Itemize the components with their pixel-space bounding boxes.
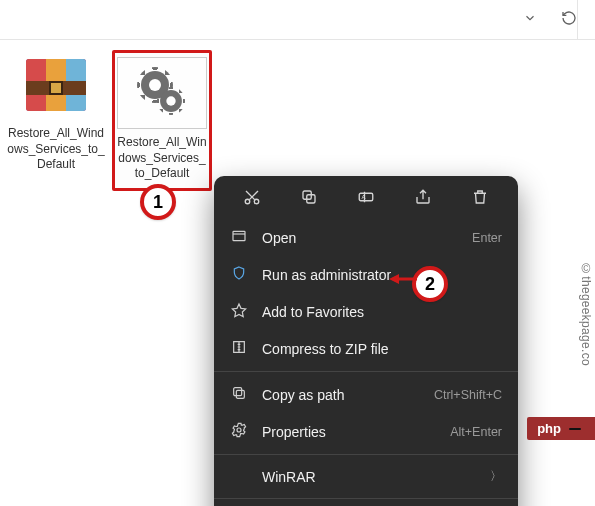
- annotation-callout-2: 2: [412, 266, 448, 302]
- context-menu: A Open Enter Run as administrator Add to…: [214, 176, 518, 506]
- svg-rect-6: [233, 231, 245, 240]
- menu-item-run-as-admin[interactable]: Run as administrator: [214, 256, 518, 293]
- file-label: Restore_All_Windows_Services_to_Default: [117, 135, 207, 182]
- explorer-toolbar: [0, 0, 595, 40]
- badge-tag: [569, 428, 581, 430]
- menu-item-copy-path[interactable]: Copy as path Ctrl+Shift+C: [214, 376, 518, 413]
- site-badge: php: [527, 417, 595, 440]
- callout-number: 2: [425, 274, 435, 295]
- menu-item-open[interactable]: Open Enter: [214, 219, 518, 256]
- menu-item-shortcut: Alt+Enter: [450, 425, 502, 439]
- file-label: Restore_All_Windows_Services_to_Default: [6, 126, 106, 173]
- menu-item-label: Compress to ZIP file: [262, 341, 502, 357]
- copy-path-icon: [230, 385, 248, 404]
- refresh-icon[interactable]: [561, 10, 577, 30]
- chevron-down-icon[interactable]: [523, 11, 537, 29]
- menu-item-compress-zip[interactable]: Compress to ZIP file: [214, 330, 518, 367]
- context-menu-top-actions: A: [214, 176, 518, 219]
- menu-item-label: Copy as path: [262, 387, 420, 403]
- file-item-batch-selected[interactable]: Restore_All_Windows_Services_to_Default: [112, 50, 212, 191]
- svg-rect-8: [236, 390, 244, 398]
- rar-archive-icon: [14, 50, 98, 120]
- toolbar-divider: [577, 0, 595, 40]
- menu-item-shortcut: Ctrl+Shift+C: [434, 388, 502, 402]
- callout-number: 1: [153, 192, 163, 213]
- svg-point-10: [237, 428, 241, 432]
- file-item-archive[interactable]: Restore_All_Windows_Services_to_Default: [6, 50, 106, 173]
- menu-separator: [214, 454, 518, 455]
- svg-point-0: [245, 199, 250, 204]
- zip-icon: [230, 339, 248, 358]
- chevron-right-icon: 〉: [490, 468, 502, 485]
- menu-item-add-favorites[interactable]: Add to Favorites: [214, 293, 518, 330]
- menu-item-label: Add to Favorites: [262, 304, 502, 320]
- copy-icon[interactable]: [300, 188, 318, 209]
- shield-icon: [230, 265, 248, 284]
- star-icon: [230, 302, 248, 321]
- annotation-callout-1: 1: [140, 184, 176, 220]
- menu-separator: [214, 371, 518, 372]
- batch-gears-icon: [117, 57, 207, 129]
- menu-item-label: Properties: [262, 424, 436, 440]
- cut-icon[interactable]: [243, 188, 261, 209]
- menu-item-label: Open: [262, 230, 458, 246]
- svg-text:A: A: [361, 194, 365, 200]
- open-icon: [230, 228, 248, 247]
- rename-icon[interactable]: A: [356, 188, 376, 209]
- menu-item-shortcut: Enter: [472, 231, 502, 245]
- svg-point-1: [254, 199, 259, 204]
- svg-marker-7: [232, 304, 245, 317]
- menu-item-label: Run as administrator: [262, 267, 502, 283]
- svg-rect-9: [234, 388, 242, 396]
- menu-item-winrar[interactable]: WinRAR 〉: [214, 459, 518, 494]
- menu-item-label: WinRAR: [262, 469, 476, 485]
- menu-separator: [214, 498, 518, 499]
- delete-icon[interactable]: [471, 188, 489, 209]
- properties-icon: [230, 422, 248, 441]
- watermark-text: ©thegeekpage.co: [579, 262, 593, 366]
- badge-text: php: [537, 421, 561, 436]
- menu-item-properties[interactable]: Properties Alt+Enter: [214, 413, 518, 450]
- share-icon[interactable]: [414, 188, 432, 209]
